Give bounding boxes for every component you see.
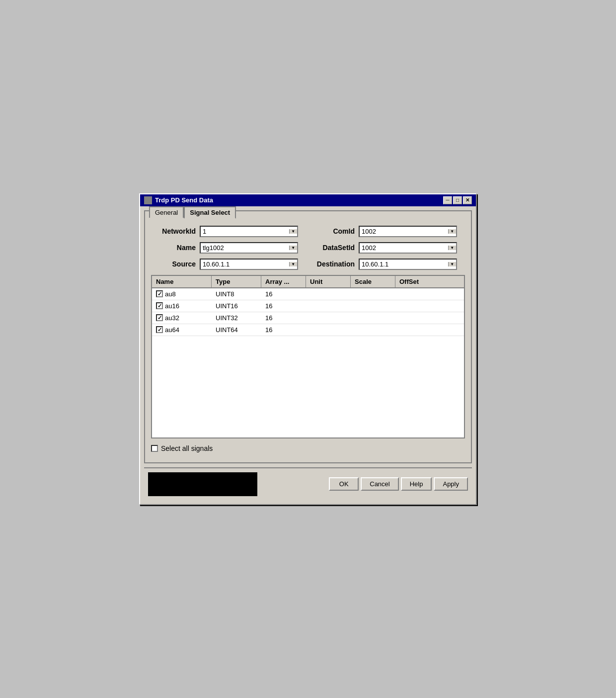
col-array: Array ... [261, 276, 306, 287]
cell-offset-au8 [395, 292, 440, 296]
black-box-area [148, 472, 257, 496]
cell-scale-au16 [351, 304, 395, 308]
datasetid-label: DataSetId [310, 244, 355, 252]
cell-unit-au64 [306, 328, 351, 332]
form-row-name: Name ▼ DataSetId ▼ [151, 242, 465, 254]
col-name: Name [152, 276, 212, 287]
tab-general[interactable]: General [149, 206, 184, 218]
window-title: Trdp PD Send Data [155, 196, 213, 204]
minimize-button[interactable]: ─ [443, 196, 452, 204]
cell-array-au32: 16 [261, 312, 306, 324]
form-row-network: NetworkId ▼ ComId ▼ [151, 226, 465, 237]
cell-scale-au8 [351, 292, 395, 296]
form-row-source: Source ▼ Destination ▼ [151, 259, 465, 270]
datasetid-input[interactable] [360, 243, 448, 253]
table-body: au8 UINT8 16 au16 [152, 288, 464, 437]
table-row: au16 UINT16 16 [152, 300, 464, 312]
networkid-input[interactable] [201, 227, 289, 236]
comid-dropdown-btn[interactable]: ▼ [448, 229, 457, 234]
datasetid-dropdown[interactable]: ▼ [359, 242, 457, 254]
tab-signal-select[interactable]: Signal Select [184, 206, 236, 219]
source-dropdown[interactable]: ▼ [200, 259, 298, 270]
cell-scale-au32 [351, 316, 395, 320]
app-icon [144, 196, 152, 204]
cell-type-au16: UINT16 [212, 300, 261, 312]
cell-unit-au32 [306, 316, 351, 320]
table-header: Name Type Array ... Unit Scale OffSet [152, 276, 464, 288]
checkbox-au8[interactable] [156, 290, 163, 297]
networkid-dropdown-btn[interactable]: ▼ [289, 229, 298, 234]
cancel-button[interactable]: Cancel [361, 477, 398, 491]
destination-label: Destination [310, 260, 355, 268]
destination-dropdown[interactable]: ▼ [359, 259, 457, 270]
checkbox-au32[interactable] [156, 314, 163, 321]
title-bar: Trdp PD Send Data ─ □ ✕ [140, 194, 476, 206]
networkid-dropdown[interactable]: ▼ [200, 226, 298, 237]
name-dropdown-btn[interactable]: ▼ [289, 246, 298, 250]
cell-array-au64: 16 [261, 324, 306, 336]
col-type: Type [212, 276, 261, 287]
select-all-row: Select all signals [151, 442, 465, 454]
cell-scale-au64 [351, 328, 395, 332]
form-section: NetworkId ▼ ComId ▼ Name [149, 222, 467, 458]
row-name-au32: au32 [165, 314, 179, 322]
cell-offset-au64 [395, 328, 440, 332]
ok-button[interactable]: OK [329, 477, 359, 491]
datasetid-dropdown-btn[interactable]: ▼ [448, 246, 457, 250]
col-offset: OffSet [395, 276, 440, 287]
main-window: Trdp PD Send Data ─ □ ✕ General Signal S… [139, 193, 477, 505]
comid-group: ComId ▼ [310, 226, 457, 237]
source-input[interactable] [201, 260, 289, 269]
name-input[interactable] [201, 243, 289, 253]
row-name-au64: au64 [165, 326, 179, 334]
signal-table: Name Type Array ... Unit Scale OffSet au… [151, 275, 465, 438]
select-all-checkbox[interactable] [151, 445, 158, 452]
apply-button[interactable]: Apply [434, 477, 468, 491]
cell-array-au8: 16 [261, 288, 306, 300]
cell-unit-au16 [306, 304, 351, 308]
help-button[interactable]: Help [401, 477, 432, 491]
row-name-au16: au16 [165, 302, 179, 310]
comid-dropdown[interactable]: ▼ [359, 226, 457, 237]
col-unit: Unit [306, 276, 351, 287]
tab-bar: General Signal Select [149, 206, 467, 218]
comid-input[interactable] [360, 227, 448, 236]
source-dropdown-btn[interactable]: ▼ [289, 262, 298, 266]
cell-name-au64: au64 [152, 324, 212, 336]
window-content: General Signal Select NetworkId ▼ ComId [140, 206, 476, 504]
title-bar-buttons: ─ □ ✕ [443, 196, 472, 204]
cell-name-au16: au16 [152, 300, 212, 312]
tab-container: General Signal Select NetworkId ▼ ComId [144, 210, 472, 463]
cell-name-au32: au32 [152, 312, 212, 324]
cell-offset-au32 [395, 316, 440, 320]
bottom-buttons: OK Cancel Help Apply [329, 477, 468, 491]
cell-array-au16: 16 [261, 300, 306, 312]
networkid-label: NetworkId [151, 227, 196, 235]
table-row: au32 UINT32 16 [152, 312, 464, 324]
close-button[interactable]: ✕ [463, 196, 472, 204]
table-row: au64 UINT64 16 [152, 324, 464, 336]
bottom-bar: OK Cancel Help Apply [144, 467, 472, 500]
cell-unit-au8 [306, 292, 351, 296]
cell-name-au8: au8 [152, 288, 212, 300]
cell-type-au32: UINT32 [212, 312, 261, 324]
checkbox-au64[interactable] [156, 326, 163, 333]
title-bar-left: Trdp PD Send Data [144, 196, 213, 204]
cell-offset-au16 [395, 304, 440, 308]
maximize-button[interactable]: □ [453, 196, 462, 204]
name-label: Name [151, 244, 196, 252]
cell-type-au8: UINT8 [212, 288, 261, 300]
table-row: au8 UINT8 16 [152, 288, 464, 300]
destination-input[interactable] [360, 260, 448, 269]
source-label: Source [151, 260, 196, 268]
comid-label: ComId [310, 227, 355, 235]
name-dropdown[interactable]: ▼ [200, 242, 298, 254]
destination-group: Destination ▼ [310, 259, 457, 270]
cell-type-au64: UINT64 [212, 324, 261, 336]
row-name-au8: au8 [165, 290, 176, 298]
datasetid-group: DataSetId ▼ [310, 242, 457, 254]
destination-dropdown-btn[interactable]: ▼ [448, 262, 457, 266]
select-all-label: Select all signals [161, 444, 213, 452]
col-scale: Scale [351, 276, 395, 287]
checkbox-au16[interactable] [156, 302, 163, 309]
